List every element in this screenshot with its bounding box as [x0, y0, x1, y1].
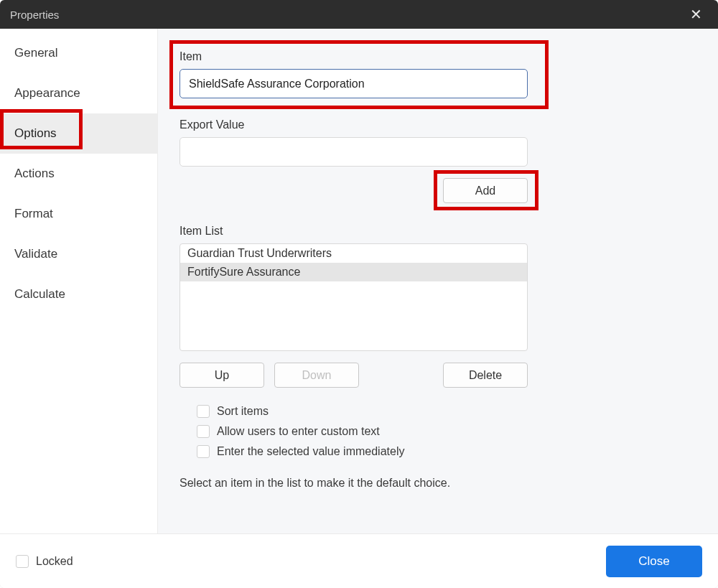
checkbox-group: Sort items Allow users to enter custom t…: [180, 405, 696, 458]
default-hint: Select an item in the list to make it th…: [180, 477, 696, 490]
sidebar-item-format[interactable]: Format: [0, 194, 157, 234]
item-list-block: Item List Guardian Trust Underwriters Fo…: [180, 225, 696, 351]
sidebar-item-validate[interactable]: Validate: [0, 234, 157, 274]
dialog-footer: Locked Close: [0, 533, 718, 588]
sidebar-item-appearance[interactable]: Appearance: [0, 73, 157, 113]
sort-items-row[interactable]: Sort items: [197, 405, 696, 418]
list-buttons: Up Down Delete: [180, 363, 528, 388]
locked-row[interactable]: Locked: [16, 555, 73, 568]
export-block: Export Value: [180, 118, 696, 167]
checkbox-icon[interactable]: [197, 425, 210, 438]
close-icon[interactable]: ✕: [684, 4, 708, 24]
sidebar: General Appearance Options Actions Forma…: [0, 29, 158, 533]
window-title: Properties: [10, 9, 59, 21]
down-button[interactable]: Down: [274, 363, 359, 388]
locked-label: Locked: [36, 555, 73, 568]
options-panel: Item Export Value Add Item List Guardian…: [158, 29, 718, 533]
export-value-input[interactable]: [180, 137, 528, 167]
delete-button[interactable]: Delete: [443, 363, 528, 388]
properties-dialog: Properties ✕ General Appearance Options …: [0, 0, 718, 588]
export-value-label: Export Value: [180, 118, 696, 131]
allow-custom-row[interactable]: Allow users to enter custom text: [197, 425, 696, 438]
close-button[interactable]: Close: [606, 546, 702, 577]
list-item[interactable]: Guardian Trust Underwriters: [180, 244, 527, 263]
up-button[interactable]: Up: [180, 363, 264, 388]
sidebar-item-label: Options: [14, 126, 57, 140]
sort-items-label: Sort items: [217, 405, 269, 418]
item-input[interactable]: [180, 69, 528, 98]
sidebar-item-options[interactable]: Options: [0, 113, 157, 154]
checkbox-icon[interactable]: [16, 555, 29, 568]
item-list-label: Item List: [180, 225, 696, 238]
item-list[interactable]: Guardian Trust Underwriters FortifySure …: [180, 243, 528, 351]
enter-immediately-label: Enter the selected value immediately: [217, 445, 404, 458]
sidebar-item-general[interactable]: General: [0, 33, 157, 73]
sidebar-item-label: Appearance: [14, 86, 80, 100]
spacer: [369, 363, 433, 388]
enter-immediately-row[interactable]: Enter the selected value immediately: [197, 445, 696, 458]
sidebar-item-actions[interactable]: Actions: [0, 154, 157, 194]
add-button[interactable]: Add: [443, 178, 528, 203]
sidebar-item-label: Calculate: [14, 287, 65, 301]
dialog-body: General Appearance Options Actions Forma…: [0, 29, 718, 533]
item-label: Item: [180, 50, 696, 63]
list-item[interactable]: FortifySure Assurance: [180, 263, 527, 281]
allow-custom-label: Allow users to enter custom text: [217, 425, 380, 438]
sidebar-item-calculate[interactable]: Calculate: [0, 274, 157, 314]
sidebar-item-label: Format: [14, 207, 53, 220]
checkbox-icon[interactable]: [197, 405, 210, 418]
sidebar-item-label: Validate: [14, 247, 57, 261]
checkbox-icon[interactable]: [197, 445, 210, 458]
item-block: Item: [180, 45, 696, 98]
titlebar: Properties ✕: [0, 0, 718, 29]
sidebar-item-label: Actions: [14, 167, 55, 180]
sidebar-item-label: General: [14, 46, 57, 60]
add-row: Add: [180, 178, 528, 203]
